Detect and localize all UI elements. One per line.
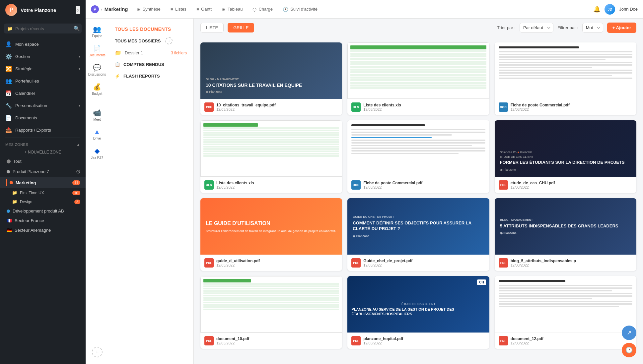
drive-icon: ▲ (94, 128, 101, 136)
icon-panel-discussions[interactable]: 💬 Discussions (87, 61, 107, 79)
doc-name: document_12.pdf (511, 336, 632, 341)
zone-label: Tout (13, 159, 22, 164)
doc-footer: PDF planzone_hopital.pdf 12/03/2022 (347, 333, 489, 349)
sidebar-item-design[interactable]: 📁 Design 3 (0, 197, 86, 206)
budget-icon: 💰 (93, 83, 101, 91)
doc-type-badge: PDF (351, 258, 361, 268)
doc-info: document_10.pdf 12/03/2022 (216, 336, 338, 345)
document-card[interactable]: PDF document_12.pdf 12/03/2022 (495, 276, 636, 349)
sort-label: Trier par : (497, 25, 516, 30)
clock-float-button[interactable]: 🕐 (622, 343, 636, 357)
document-card[interactable]: PDF document_10.pdf 12/03/2022 (200, 276, 342, 349)
tab-listes[interactable]: ≡ Listes (166, 4, 191, 15)
preview-content (347, 120, 489, 159)
flash-reports-item[interactable]: ⚡ FLASH REPORTS (108, 70, 193, 82)
mon-espace-icon: 👤 (5, 41, 12, 47)
document-card[interactable]: CH ÉTUDE DE CAS CLIENT PLANZONE AU SERVI… (347, 276, 489, 349)
personnalisation-icon: 🔧 (5, 102, 12, 109)
preview-tag: BLOG - MANAGEMENT (500, 218, 533, 221)
sidebar-item-mon-espace[interactable]: 👤 Mon espace (0, 38, 86, 50)
tab-tableau[interactable]: ⊞ Tableau (217, 4, 248, 15)
doc-type-badge: PDF (204, 258, 214, 268)
document-card[interactable]: GUIDE DU CHEF DE PROJET COMMENT DÉFINIR … (347, 198, 489, 271)
doc-type-badge: PDF (351, 336, 361, 345)
icon-panel-drive[interactable]: ▲ Drive (87, 125, 107, 143)
search-input[interactable] (15, 26, 71, 31)
document-card[interactable]: Sciences Po ● Grenoble ÉTUDE DE CAS CLIE… (495, 120, 636, 193)
dossier1-item[interactable]: 📁 Dossier 1 3 fichiers (108, 47, 193, 59)
chevron-down-icon: ▾ (79, 55, 80, 58)
icon-panel-documents[interactable]: 📄 Documents (87, 42, 107, 60)
gantt-icon: ≡ (196, 7, 199, 12)
sidebar-item-gestion[interactable]: ⚙️ Gestion ▾ (0, 50, 86, 63)
folder-icon: 📁 (7, 26, 13, 31)
mes-zones-section: Mes Zones ▲ (0, 139, 86, 148)
add-folder-button[interactable]: + (165, 37, 173, 44)
icon-panel-label: Meet (93, 118, 101, 121)
listes-icon: ≡ (171, 7, 173, 12)
new-zone-button[interactable]: + NOUVELLE ZONE (0, 148, 86, 156)
sidebar-item-secteur-allemagne[interactable]: 🇩🇪 Secteur Allemagne (0, 225, 86, 235)
sidebar-logo: P Votre Planzone (5, 4, 56, 16)
sidebar-item-label: Rapports / Exports (15, 128, 51, 133)
sidebar-item-first-time-ux[interactable]: 📁 First Time UX 10 (0, 188, 86, 197)
notification-button[interactable]: 🔔 (593, 6, 601, 13)
share-float-button[interactable]: ↗ (622, 326, 636, 340)
document-card[interactable]: LE GUIDE D'UTILISATION Structurer l'envi… (200, 198, 342, 271)
list-view-button[interactable]: LISTE (200, 23, 224, 32)
icon-panel-equipe[interactable]: 👥 Equipe (87, 23, 107, 40)
search-button[interactable]: 🔍 (74, 26, 80, 31)
sidebar-item-rapports[interactable]: 📤 Rapports / Exports (0, 124, 86, 136)
document-card[interactable]: XLS Liste des clients.xls 12/03/2022 (200, 120, 342, 193)
comptes-rendus-label: COMPTES RENDUS (123, 62, 164, 67)
add-document-button[interactable]: + Ajouter (607, 23, 636, 33)
add-integration-button[interactable]: + (92, 347, 103, 357)
document-card[interactable]: DOC Fiche de poste Commercial.pdf 12/03/… (495, 42, 636, 115)
sidebar-item-portefeuilles[interactable]: 👥 Portefeuilles (0, 75, 86, 87)
back-button[interactable]: ‹ (101, 7, 103, 12)
document-card[interactable]: XLS Liste des clients.xls 12/03/2022 (347, 42, 489, 115)
icon-panel: 👥 Equipe 📄 Documents 💬 Discussions 💰 Bud… (86, 19, 108, 364)
grid-view-button[interactable]: GRILLE (228, 23, 254, 32)
sidebar-item-marketing[interactable]: Marketing 11 (0, 177, 86, 188)
sidebar-item-secteur-france[interactable]: 🇫🇷 Secteur France (0, 216, 86, 225)
tab-gantt[interactable]: ≡ Gantt (192, 4, 216, 15)
project-avatar: P (91, 5, 99, 13)
sidebar-item-documents[interactable]: 📄 Documents (0, 112, 86, 124)
preview-content: LE GUIDE D'UTILISATION Structurer l'envi… (200, 198, 342, 255)
document-card[interactable]: DOC Fiche de poste Commercial.pdf 12/03/… (347, 120, 489, 193)
documents-icon: 📄 (93, 44, 101, 52)
tab-synthese[interactable]: ⊞ Synthèse (132, 4, 165, 15)
icon-panel-meet[interactable]: 📹 Meet (87, 106, 107, 124)
sidebar-item-produit[interactable]: Produit Planzone 7 ⊙ (0, 166, 86, 177)
preview-label: Sciences Po ● Grenoble (500, 151, 631, 154)
sidebar: P Votre Planzone « 📁 🔍 👤 Mon espace ⚙️ G… (0, 0, 86, 364)
left-panel: TOUS LES DOCUMENTS TOUS MES DOSSIERS + 📁… (108, 19, 194, 364)
doc-footer: PDF Guide_chef_de_projet.pdf 12/03/2022 (347, 255, 489, 271)
icon-panel-jira[interactable]: ◆ Jira PZ7 (87, 144, 107, 162)
sidebar-item-tout[interactable]: Tout (0, 156, 86, 166)
sidebar-collapse-button[interactable]: « (76, 6, 80, 14)
document-card[interactable]: BLOG - MANAGEMENT 5 ATTRIBUTS INDISPENSA… (495, 198, 636, 271)
sidebar-item-developpement[interactable]: Développement produit AB (0, 206, 86, 216)
preview-content (495, 276, 636, 313)
tab-charge[interactable]: ◌ Charge (248, 4, 277, 15)
sidebar-item-personnalisation[interactable]: 🔧 Personnalisation ▾ (0, 99, 86, 112)
mes-zones-title: Mes Zones (5, 143, 28, 147)
doc-type-badge: XLS (351, 102, 361, 112)
doc-preview (347, 120, 489, 177)
tab-suivi[interactable]: 🕐 Suivi d'activité (278, 4, 322, 15)
icon-panel-budget[interactable]: 💰 Budget (87, 80, 107, 98)
comptes-rendus-item[interactable]: 📋 COMPTES RENDUS (108, 59, 193, 70)
sidebar-item-label: Stratégie (15, 66, 33, 71)
sort-select[interactable]: Par défaut (520, 23, 553, 32)
sidebar-item-strategie[interactable]: 🔀 Stratégie ▾ (0, 63, 86, 75)
flash-reports-label: FLASH REPORTS (123, 74, 160, 79)
doc-preview: GUIDE DU CHEF DE PROJET COMMENT DÉFINIR … (347, 198, 489, 255)
equipe-icon: 👥 (93, 25, 101, 33)
sidebar-item-calendrier[interactable]: 📅 Calendrier (0, 87, 86, 99)
document-card[interactable]: BLOG - MANAGEMENT 10 CITATIONS SUR LE TR… (200, 42, 342, 115)
filter-select[interactable]: Moi (582, 23, 603, 32)
tab-label: Listes (175, 7, 186, 12)
doc-preview (495, 276, 636, 333)
